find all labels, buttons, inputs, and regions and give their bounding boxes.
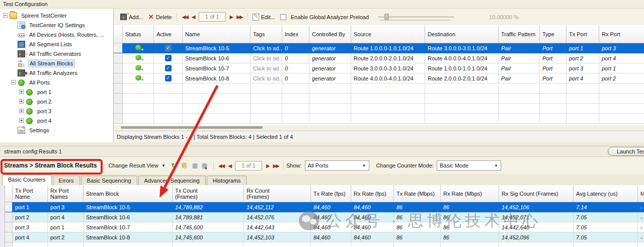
column-header[interactable]: Rx Count (Frames) bbox=[244, 185, 311, 202]
table-cell[interactable]: 14,789,881 bbox=[173, 212, 244, 222]
table-cell[interactable]: port 4 bbox=[599, 53, 644, 63]
table-cell[interactable]: Click to ad... bbox=[251, 43, 282, 53]
empty-table-row[interactable] bbox=[114, 114, 644, 124]
table-cell[interactable]: Pair bbox=[499, 43, 540, 53]
empty-cell[interactable] bbox=[567, 84, 599, 94]
save-results-icon[interactable]: ▦■ bbox=[202, 162, 209, 170]
table-cell[interactable]: StreamBlock 10-8 bbox=[84, 232, 173, 242]
table-cell[interactable]: 0 bbox=[282, 73, 309, 84]
empty-cell[interactable] bbox=[425, 104, 499, 114]
table-cell[interactable] bbox=[123, 63, 154, 73]
tree-item-all-traffic-generators[interactable]: All Traffic Generators bbox=[0, 49, 113, 58]
refresh-results-icon[interactable]: ↻ bbox=[170, 162, 178, 170]
row-selector-cell[interactable] bbox=[114, 104, 123, 114]
table-cell[interactable]: 14,745,600 bbox=[173, 222, 244, 232]
table-cell[interactable]: 84,460 bbox=[311, 202, 351, 212]
table-cell[interactable]: port 3 bbox=[567, 63, 599, 73]
empty-cell[interactable] bbox=[499, 242, 574, 247]
tab-errors[interactable]: Errors bbox=[53, 176, 80, 185]
empty-cell[interactable] bbox=[183, 104, 251, 114]
empty-cell[interactable] bbox=[251, 114, 282, 124]
table-cell[interactable]: 14,452,096 bbox=[499, 232, 574, 242]
empty-cell[interactable] bbox=[599, 104, 644, 114]
empty-cell[interactable] bbox=[540, 114, 567, 124]
active-checkbox[interactable]: ✓ bbox=[165, 75, 172, 81]
table-cell[interactable]: Route 1.0.0.0-1.0.1.0/24 bbox=[425, 63, 499, 73]
row-selector-cell[interactable] bbox=[5, 222, 13, 232]
empty-cell[interactable] bbox=[540, 84, 567, 94]
empty-cell[interactable] bbox=[351, 242, 394, 247]
table-cell[interactable]: StreamBlock 10-5 bbox=[183, 43, 251, 53]
table-cell[interactable]: Pair bbox=[499, 53, 540, 63]
empty-cell[interactable] bbox=[309, 94, 351, 104]
column-header[interactable]: Index bbox=[282, 25, 309, 43]
slider-thumb[interactable] bbox=[384, 14, 389, 20]
tree-item-all-ports[interactable]: All Ports bbox=[0, 77, 113, 87]
table-cell[interactable]: Route 3.0.0.0-3.0.1.0/24 bbox=[425, 43, 499, 53]
table-cell[interactable]: - bbox=[638, 212, 644, 222]
column-header[interactable]: Rx Sig Count (Frames) bbox=[499, 185, 574, 202]
table-cell[interactable]: 14,452,106 bbox=[499, 202, 574, 212]
row-selector-cell[interactable] bbox=[114, 114, 123, 124]
table-cell[interactable]: 86 bbox=[441, 232, 499, 242]
empty-cell[interactable] bbox=[540, 104, 567, 114]
empty-cell[interactable] bbox=[309, 84, 351, 94]
table-row[interactable]: ✓StreamBlock 10-7Click to ad...0generato… bbox=[114, 63, 644, 73]
table-cell[interactable]: 14,442,643 bbox=[244, 222, 311, 232]
column-header[interactable]: Active bbox=[154, 25, 183, 43]
table-cell[interactable]: generator bbox=[309, 53, 351, 63]
table-cell[interactable]: 0 bbox=[282, 43, 309, 53]
table-cell[interactable]: StreamBlock 10-7 bbox=[84, 222, 173, 232]
table-cell[interactable]: 84,460 bbox=[351, 232, 394, 242]
launch-testcenter-button[interactable]: Launch Tes bbox=[608, 147, 644, 156]
table-cell[interactable]: StreamBlock 10-7 bbox=[183, 63, 251, 73]
row-selector-cell[interactable] bbox=[114, 94, 123, 104]
table-cell[interactable]: 7.05 bbox=[574, 232, 638, 242]
enable-global-analyzer-preload-checkbox[interactable]: Enable Global Analyzer Preload bbox=[278, 13, 371, 21]
empty-cell[interactable] bbox=[351, 94, 425, 104]
empty-cell[interactable] bbox=[351, 84, 425, 94]
tab-basic-sequencing[interactable]: Basic Sequencing bbox=[81, 176, 137, 185]
empty-cell[interactable] bbox=[567, 104, 599, 114]
empty-cell[interactable] bbox=[425, 94, 499, 104]
empty-cell[interactable] bbox=[441, 242, 499, 247]
table-cell[interactable]: 14,452,076 bbox=[244, 212, 311, 222]
last-page-button[interactable]: ▶▶ bbox=[234, 14, 244, 20]
table-cell[interactable]: port 4 bbox=[567, 73, 599, 84]
tree-item-port-1[interactable]: port 1 bbox=[0, 87, 113, 97]
column-header[interactable]: Name bbox=[183, 25, 251, 43]
table-cell[interactable]: 86 bbox=[394, 202, 441, 212]
table-cell[interactable]: Route 4.0.0.0-4.0.1.0/24 bbox=[351, 73, 425, 84]
empty-cell[interactable] bbox=[251, 84, 282, 94]
table-cell[interactable]: StreamBlock 10-6 bbox=[84, 212, 173, 222]
expand-icon[interactable] bbox=[19, 118, 24, 123]
results-last-page-button[interactable]: ▶▶ bbox=[271, 163, 281, 169]
empty-table-row[interactable] bbox=[114, 94, 644, 104]
row-selector-cell[interactable] bbox=[5, 212, 13, 222]
table-cell[interactable]: 86 bbox=[441, 222, 499, 232]
horizontal-scrollbar[interactable] bbox=[114, 125, 644, 130]
counter-mode-select[interactable]: Basic Mode ▼ bbox=[437, 160, 501, 171]
column-header[interactable]: M bbox=[638, 185, 644, 202]
table-cell[interactable]: Click to ad... bbox=[251, 73, 282, 84]
column-header[interactable]: Rx Rate (Mbps) bbox=[441, 185, 499, 202]
table-cell[interactable]: 84,460 bbox=[351, 212, 394, 222]
column-header[interactable]: Stream Block bbox=[84, 185, 173, 202]
row-selector-cell[interactable]: ▶ bbox=[5, 202, 13, 212]
column-header[interactable]: Type bbox=[540, 25, 567, 43]
change-result-view-dropdown[interactable]: Change Result View ▼ bbox=[105, 161, 168, 170]
table-cell[interactable] bbox=[123, 43, 154, 53]
table-cell[interactable]: StreamBlock 10-6 bbox=[183, 53, 251, 63]
column-header[interactable]: Rx Port Names bbox=[48, 185, 84, 202]
column-header[interactable]: Tx Port Name bbox=[13, 185, 48, 202]
column-header[interactable]: Tx Count (Frames) bbox=[173, 185, 244, 202]
table-cell[interactable]: - bbox=[638, 232, 644, 242]
table-row[interactable]: ✓StreamBlock 10-6Click to ad...0generato… bbox=[114, 53, 644, 63]
empty-cell[interactable] bbox=[154, 114, 183, 124]
table-cell[interactable]: Pair bbox=[499, 73, 540, 84]
empty-cell[interactable] bbox=[123, 104, 154, 114]
table-cell[interactable]: 86 bbox=[394, 212, 441, 222]
empty-cell[interactable] bbox=[311, 242, 351, 247]
empty-cell[interactable] bbox=[567, 94, 599, 104]
table-cell[interactable]: Pair bbox=[499, 63, 540, 73]
